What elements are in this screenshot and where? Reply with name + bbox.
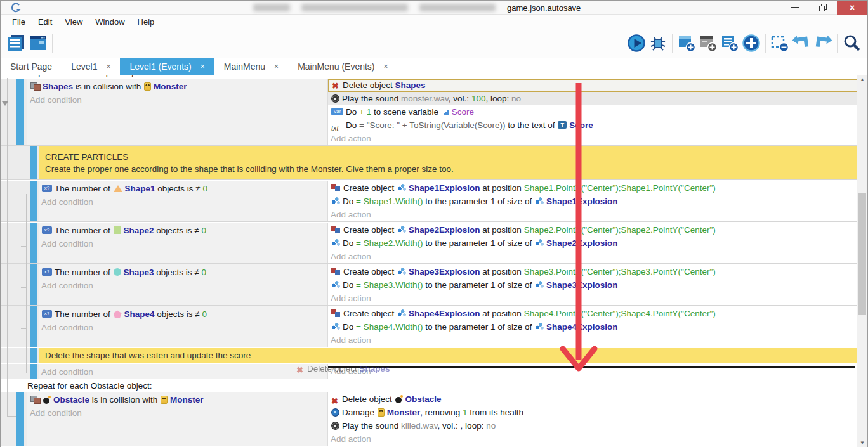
action-line[interactable]: Play the sound monster.wav, vol.: 100, l… [328,92,858,105]
action-line[interactable]: Damage Monster, removing 1 from its heal… [328,406,858,419]
action-line[interactable]: Do = "Score: " + ToString(Variable(Score… [328,119,858,132]
add-condition-button[interactable]: Add condition [39,321,327,334]
action-line[interactable]: Do = Shape2.Width() to the parameter 1 o… [328,236,858,250]
minimize-button[interactable] [781,1,809,15]
toolbar-separator [765,34,766,53]
comment-block[interactable]: CREATE PARTICLESCreate the proper one ac… [1,146,858,180]
condition-line[interactable]: The number of Shape2 objects is ≠ 0 [39,224,327,237]
action-line[interactable]: Create object Shape3Explosion at positio… [328,265,858,278]
action-line[interactable]: Create object Shape4Explosion at positio… [328,307,858,320]
conditions-column: The number of Shape2 objects is ≠ 0Add c… [39,223,328,263]
add-subevent-icon[interactable] [697,32,719,54]
sound-icon [331,94,339,103]
tab-close-icon[interactable]: × [106,62,110,71]
scene-editor-icon[interactable] [27,32,49,54]
text-segment: Play the sound [342,94,401,103]
app-window: game.json.autosave × File Edit View Wind… [0,0,868,447]
menu-file[interactable]: File [6,17,32,27]
comment-text: Create the proper one according to the s… [45,163,852,175]
comment-body[interactable]: CREATE PARTICLESCreate the proper one ac… [39,146,858,179]
undo-icon[interactable] [791,32,812,54]
event-drag-bar[interactable] [30,146,37,179]
tab-close-icon[interactable]: × [274,62,279,71]
add-action-button[interactable]: Add action [328,292,858,305]
text-segment: objects is [155,309,195,319]
event-drag-bar[interactable] [30,181,37,221]
menu-window[interactable]: Window [89,17,131,27]
add-condition-button[interactable]: Add condition [39,195,327,209]
search-icon[interactable] [841,32,862,54]
event-drag-bar[interactable] [30,264,37,305]
event-header[interactable]: Repeat for each Obstacle object: [1,380,858,392]
drag-ghost: Delete object Shapes [296,363,390,375]
add-condition-button[interactable]: Add condition [27,406,327,420]
condition-line[interactable]: The number of Shape3 objects is ≠ 0 [39,266,327,279]
menu-view[interactable]: View [58,17,89,27]
condition-line[interactable]: The number of Shape4 objects is ≠ 0 [39,308,327,321]
scroll-down-icon[interactable]: ▼ [857,439,867,447]
text-segment: , vol.: , loop: [438,421,487,431]
add-action-button[interactable]: Add action [328,208,858,221]
menu-help[interactable]: Help [131,17,161,27]
tab-level1-events[interactable]: Level1 (Events)× [120,58,214,75]
condition-line[interactable]: Shapes is in collision with Monster [27,80,327,93]
close-button[interactable]: × [837,1,867,15]
redo-icon[interactable] [812,32,834,54]
scroll-up-icon[interactable]: ▲ [857,75,867,84]
text-segment: to the parameter 1 of size of [423,322,534,332]
tab-close-icon[interactable]: × [201,62,205,71]
comment-body[interactable]: Delete the shape that was eaten and upda… [39,348,858,363]
event-drag-bar[interactable] [16,79,24,145]
conditions-column: The number of Shape3 objects is ≠ 0Add c… [39,264,328,305]
tab-level1[interactable]: Level1× [62,58,120,75]
event-drag-bar[interactable] [16,392,24,446]
scrollbar-track[interactable]: ▲ ▼ [857,75,867,447]
add-action-button[interactable]: Add action [328,132,858,145]
action-line[interactable]: Create object Shape2Explosion at positio… [328,223,858,236]
restore-button[interactable] [809,1,837,15]
add-event-icon[interactable] [676,32,697,54]
action-line[interactable]: Do = Shape1.Width() to the parameter 1 o… [328,195,858,208]
action-line[interactable]: Delete object Shapes [328,79,858,92]
add-comment-icon[interactable] [719,32,740,54]
add-condition-button[interactable]: Add condition [39,279,327,292]
action-line[interactable]: Do + 1 to scene variable Score [328,105,858,119]
action-line[interactable]: Delete object Obstacle [328,392,858,406]
event-gutter [1,264,39,305]
menu-edit[interactable]: Edit [32,17,58,27]
collapse-toggle-icon[interactable] [2,101,8,106]
text-segment: ≠ [194,268,201,277]
event-drag-bar[interactable] [30,223,37,263]
add-action-button[interactable]: Add action [328,250,858,263]
tab-start-page[interactable]: Start Page [1,58,62,75]
action-line[interactable]: Create object Shape1Explosion at positio… [328,181,858,195]
add-condition-button[interactable]: Add condition [39,365,327,379]
scrollbar-thumb[interactable] [858,193,866,315]
add-action-button[interactable]: Add action [328,432,858,446]
tab-mainmenu[interactable]: MainMenu× [214,58,288,75]
project-manager-icon[interactable] [6,32,27,54]
event-drag-bar[interactable] [30,306,37,347]
add-instruction-icon[interactable] [740,32,762,54]
action-line[interactable]: Play the sound killed.wav, vol.: , loop:… [328,419,858,432]
text-segment: Add action [331,210,371,219]
text-segment: no [511,94,521,103]
condition-line[interactable]: The number of Shape1 objects is ≠ 0 [39,182,327,195]
debug-icon[interactable] [647,32,669,54]
event-drag-bar[interactable] [30,364,37,379]
action-line[interactable]: Do = Shape4.Width() to the parameter 1 o… [328,320,858,334]
tree-guide-tick [21,372,27,372]
add-condition-button[interactable]: Add condition [27,93,327,107]
remove-selection-icon[interactable] [769,32,791,54]
text-segment: Add action [331,134,371,143]
tab-mainmenu-events[interactable]: MainMenu (Events)× [288,58,397,75]
tab-close-icon[interactable]: × [384,62,388,71]
comment-block[interactable]: Delete the shape that was eaten and upda… [1,348,858,363]
event-drag-bar[interactable] [30,348,37,363]
tree-guide-line [26,194,27,373]
action-line[interactable]: Do = Shape3.Width() to the parameter 1 o… [328,278,858,292]
add-action-button[interactable]: Add action [328,334,858,347]
add-condition-button[interactable]: Add condition [39,237,327,250]
condition-line[interactable]: Obstacle is in collision with Monster [27,393,327,406]
play-icon[interactable] [626,32,647,54]
